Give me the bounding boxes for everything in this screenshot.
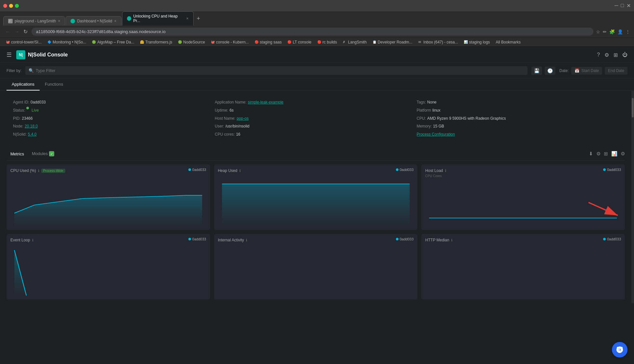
layout-button[interactable]: ⊞ [614,52,618,58]
start-date-wrap[interactable]: 📅 Start Date [571,67,602,75]
settings-metrics-button[interactable]: ⚙ [596,151,601,157]
grid-metrics-button[interactable]: ⊞ [604,151,608,157]
bookmark-star-icon[interactable]: ☆ [596,29,600,34]
hostname-value[interactable]: pop-os [237,115,249,122]
bookmark-transformers[interactable]: 🤗 Transformers.js [137,39,175,45]
minimize-button[interactable] [9,4,13,8]
tab-unlocking[interactable]: Unlocking CPU and Heap Pr... × [122,11,194,26]
scrollbar[interactable] [631,91,634,303]
menu-icon[interactable]: ⋮ [626,29,630,34]
bookmark-staging-logs[interactable]: 📊 staging logs [461,39,492,45]
chart-heap-legend: 0add033 [396,168,414,172]
process-config-row: Process Configuration [417,131,618,138]
metrics-tab-metrics[interactable]: Metrics [6,150,28,158]
process-info-col1: Agent ID: 0add033 Status: Live PID: 2346… [13,99,215,138]
bookmark-favicon-5: 🟢 [178,40,182,44]
scroll-thumb[interactable] [632,98,634,117]
back-button[interactable]: ← [4,28,12,35]
chart-http-area [425,244,621,296]
event-loop-info-icon[interactable]: ℹ [32,238,33,242]
bookmark-langsmith[interactable]: ✗ LangSmith [340,39,369,45]
node-label: Node: [13,123,23,130]
download-metrics-button[interactable]: ⬇ [589,151,593,157]
bookmark-dev-roadmap[interactable]: 📋 Developer Roadm... [370,39,415,45]
chart-host-svg [425,174,621,226]
tab-close-icon[interactable]: × [58,19,60,23]
settings-button[interactable]: ⚙ [604,52,609,58]
bookmark-lt-console[interactable]: 🔴 LT console [285,39,314,45]
tab-label-unlocking: Unlocking CPU and Heap Pr... [133,14,184,23]
bookmark-nodesource[interactable]: 🟢 NodeSource [175,39,208,45]
tab-favicon-nsolid [70,19,75,23]
bookmark-rc-builds[interactable]: 🔴 rc builds [315,39,340,45]
cpu-info-icon[interactable]: ℹ [38,169,39,173]
power-button[interactable]: ⏻ [622,52,628,58]
save-filter-button[interactable]: 💾 [531,67,542,75]
svg-rect-10 [618,348,621,349]
extensions-icon[interactable]: 🧩 [609,29,615,34]
bookmark-inbox[interactable]: ✉ Inbox (647) - cesa... [416,39,461,45]
profile-icon[interactable]: 👤 [617,29,623,34]
sidebar-toggle-button[interactable]: ☰ [6,51,12,58]
calendar-icon-start: 📅 [575,68,579,73]
address-icons: ☆ ✏ 🧩 👤 ⋮ [596,29,630,34]
bookmark-algomap[interactable]: 🟢 AlgoMap – Free Da... [89,39,137,45]
process-info-col3: Tags: None Platform linux CPU: AMD Ryzen… [417,99,618,138]
node-row: Node: 20.18.0 [13,123,215,130]
metrics-tab-modules[interactable]: Modules ✓ [28,150,58,158]
legend-dot-heap [396,168,399,171]
bookmark-label-6: console - Kubern... [216,40,249,44]
tab-close-dashboard-icon[interactable]: × [114,19,116,23]
app-logo: N| N|Solid Console [16,50,68,59]
close-button[interactable] [3,4,7,8]
tune-metrics-button[interactable]: ⚙ [621,151,625,157]
http-info-icon[interactable]: ℹ [451,238,452,242]
chat-button[interactable] [612,342,628,358]
end-date-wrap[interactable]: End Date [605,67,628,75]
uptime-row: Uptime: 6s [215,107,416,114]
bookmark-control-tower[interactable]: 🐙 control-tower/SI... [3,39,44,45]
chart-cpu-area [10,174,206,226]
chart-metrics-button[interactable]: 📊 [611,151,617,157]
url-input[interactable] [32,28,593,36]
tab-applications[interactable]: Applications [6,79,40,91]
new-tab-button[interactable]: + [194,14,203,23]
filter-input-wrap[interactable]: 🔍 [25,66,527,75]
forward-button[interactable]: → [13,28,21,35]
app-name-value[interactable]: simple-leak-example [248,99,284,106]
host-info-icon[interactable]: ℹ [445,169,446,173]
main-wrapper: Agent ID: 0add033 Status: Live PID: 2346… [0,91,634,303]
agent-id-value: 0add033 [31,99,46,106]
pid-value: 23466 [22,115,32,122]
process-config-link[interactable]: Process Configuration [417,131,455,138]
title-bar-right: ─ □ ✕ [615,3,631,9]
start-date-placeholder: Start Date [581,68,599,73]
close-icon[interactable]: ✕ [627,3,631,9]
restore-icon[interactable]: □ [621,3,624,9]
tab-close-unlocking-icon[interactable]: × [186,16,188,21]
tab-langsmith[interactable]: ✗ playground - LangSmith × [3,16,65,26]
refresh-button[interactable]: ↻ [22,28,29,35]
nsolid-value[interactable]: 5.4.0 [28,131,37,138]
tab-functions[interactable]: Functions [40,79,68,91]
minimize-icon[interactable]: ─ [615,3,618,9]
maximize-button[interactable] [15,4,19,8]
status-label: Status: [13,107,25,114]
nsolid-label: N|Solid: [13,131,27,138]
bookmark-staging-saas[interactable]: 🔴 staging saas [252,39,284,45]
help-button[interactable]: ? [597,52,600,58]
chart-event-loop-legend: 0add033 [188,237,206,241]
bookmark-monitoring[interactable]: 🔷 Monitoring • N|So... [45,39,89,45]
history-filter-button[interactable]: 🕐 [545,67,555,75]
bookmark-console-kube[interactable]: 🐙 console - Kubern... [208,39,251,45]
platform-value: linux [432,107,440,114]
bookmark-all-bookmarks[interactable]: All Bookmarks [493,39,523,45]
chart-internal-svg [218,244,414,296]
address-bar: ← → ↻ ☆ ✏ 🧩 👤 ⋮ [0,26,634,38]
edit-icon[interactable]: ✏ [603,29,607,34]
filter-input[interactable] [36,68,524,73]
tab-nsolid-dashboard[interactable]: Dashboard • N|Solid × [66,16,121,26]
node-value[interactable]: 20.18.0 [25,123,38,130]
internal-info-icon[interactable]: ℹ [246,238,247,242]
heap-info-icon[interactable]: ℹ [239,169,241,173]
